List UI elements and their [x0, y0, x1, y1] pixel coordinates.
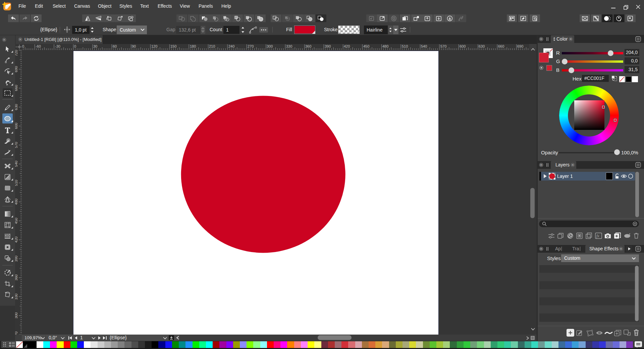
svg-text:660: 660 — [15, 85, 18, 91]
svg-text:480: 480 — [15, 199, 18, 205]
svg-text:720: 720 — [15, 50, 18, 56]
svg-text:540: 540 — [15, 161, 18, 167]
svg-text:690: 690 — [15, 66, 18, 72]
svg-text:420: 420 — [15, 237, 18, 243]
svg-text:270: 270 — [15, 332, 18, 335]
svg-text:330: 330 — [15, 294, 18, 300]
svg-text:390: 390 — [15, 256, 18, 262]
svg-text:600: 600 — [15, 123, 18, 129]
svg-text:630: 630 — [15, 104, 18, 110]
svg-text:fx: fx — [596, 234, 599, 238]
svg-text:570: 570 — [15, 142, 18, 148]
svg-text:510: 510 — [15, 180, 18, 186]
svg-text:300: 300 — [15, 312, 18, 318]
svg-text:360: 360 — [15, 275, 18, 281]
svg-text:450: 450 — [15, 218, 18, 224]
